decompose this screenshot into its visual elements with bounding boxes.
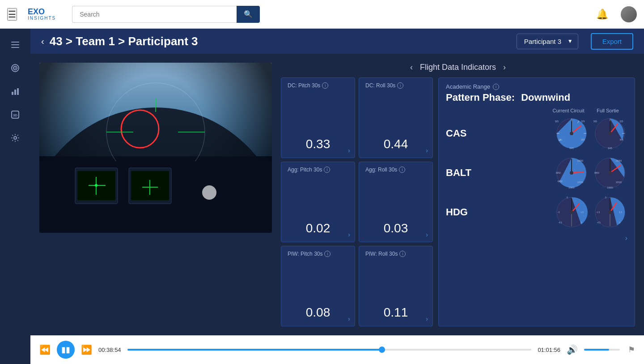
playback-bar: ⏪ ▮▮ ⏩ 00:38:54 01:01:56 🔊 ⚑ (30, 335, 644, 364)
content-area: ‹ 43 > Team 1 > Participant 3 Participan… (30, 29, 644, 364)
current-circuit-label: Current Circuit (551, 108, 586, 113)
info-icon[interactable]: i (324, 251, 330, 257)
metric-card-piw-pitch[interactable]: PIW: Pitch 30s i 0.08 › (281, 246, 355, 326)
info-icon[interactable]: i (324, 167, 330, 173)
video-panel (39, 63, 272, 326)
metric-value: 0.08 (288, 305, 348, 320)
svg-point-28 (202, 185, 216, 200)
svg-point-5 (15, 67, 16, 69)
svg-text:345: 345 (608, 147, 612, 150)
svg-rect-8 (17, 88, 19, 95)
progress-thumb[interactable] (379, 347, 385, 353)
fdi-next-button[interactable]: › (503, 63, 506, 72)
full-sortie-label: Full Sortie (590, 108, 626, 113)
progress-bar[interactable] (127, 349, 532, 351)
balt-gauge-svg-2: 10000 10050 10100 9850 (593, 155, 627, 190)
metric-value: 0.44 (365, 137, 426, 151)
svg-point-50 (570, 171, 573, 175)
pause-button[interactable]: ▮▮ (57, 341, 75, 359)
metric-card-agg-roll[interactable]: Agg: Roll 30s i 0.03 › (359, 162, 433, 242)
sidebar-item-signal[interactable] (5, 59, 25, 79)
svg-text:10000: 10000 (607, 187, 613, 189)
svg-text:1.5: 1.5 (580, 211, 584, 214)
breadcrumb: 43 > Team 1 > Participant 3 (50, 34, 198, 48)
metric-value: 0.11 (365, 305, 426, 320)
flag-icon[interactable]: ⚑ (628, 345, 635, 355)
metric-label: DC: Pitch 30s i (288, 82, 348, 89)
export-button[interactable]: Export (591, 33, 633, 50)
info-icon[interactable]: i (493, 84, 499, 90)
sidebar-item-3d[interactable]: 3D (5, 106, 25, 125)
svg-text:10100: 10100 (577, 181, 584, 184)
logo: EXO INSIGHTS (28, 8, 56, 21)
hdg-gauge-2: -1.5 0 1.5 -4.5 3 (593, 195, 627, 230)
metric-card-dc-roll[interactable]: DC: Roll 30s i 0.44 › (359, 77, 433, 158)
volume-icon[interactable]: 🔊 (567, 344, 578, 355)
cockpit-svg (39, 63, 272, 233)
metric-card-piw-roll[interactable]: PIW: Roll 30s i 0.11 › (359, 246, 433, 326)
search-button[interactable]: 🔍 (237, 6, 260, 23)
sidebar-item-list[interactable] (5, 36, 25, 56)
metric-value: 0.02 (288, 221, 348, 236)
volume-slider[interactable] (584, 349, 620, 351)
info-icon[interactable]: i (397, 82, 403, 89)
cas-gauge-1: 345 305 285 325 365 (554, 116, 589, 151)
chevron-right-icon: › (426, 231, 428, 238)
svg-text:10050: 10050 (616, 160, 622, 162)
academic-footer: › (446, 234, 627, 242)
notification-bell-icon[interactable]: 🔔 (596, 9, 608, 20)
fdi-prev-button[interactable]: ‹ (410, 63, 413, 72)
info-icon[interactable]: i (399, 167, 405, 173)
current-time: 00:38:54 (98, 347, 121, 353)
menu-button[interactable]: ☰ (7, 8, 17, 21)
svg-rect-2 (11, 47, 19, 48)
hdg-gauges: -3 0 1.5 -4.5 3 (477, 195, 627, 230)
svg-rect-6 (12, 92, 13, 95)
back-button[interactable]: ‹ (41, 36, 44, 47)
balt-gauge-2: 10000 10050 10100 9850 (593, 155, 627, 190)
cas-gauges: 345 305 285 325 365 (477, 116, 627, 151)
academic-panel: Academic Range i Pattern Phase: Downwind… (438, 77, 635, 326)
navbar: ☰ EXO INSIGHTS 🔍 🔔 (0, 0, 644, 29)
breadcrumb-bar: ‹ 43 > Team 1 > Participant 3 Participan… (30, 29, 644, 54)
cockpit-view (39, 63, 272, 233)
chevron-right-icon: › (426, 147, 428, 154)
hdg-gauge-svg-2: -1.5 0 1.5 -4.5 3 (593, 195, 627, 230)
fast-forward-button[interactable]: ⏩ (81, 344, 92, 355)
hdg-label: HDG (446, 206, 477, 218)
avatar[interactable] (621, 6, 637, 22)
chevron-right-icon: › (348, 315, 350, 322)
svg-text:9050: 9050 (556, 172, 561, 174)
circuit-labels: Current Circuit Full Sortie (446, 108, 627, 113)
svg-text:0: 0 (567, 197, 568, 199)
sidebar-item-chart[interactable] (5, 82, 25, 102)
progress-fill (127, 349, 382, 351)
gauge-row-cas: CAS (446, 116, 627, 151)
metric-label: DC: Roll 30s i (365, 82, 426, 89)
balt-gauge-1: 10000 9050 10050 9850 10100 (554, 155, 589, 190)
svg-text:-4.5: -4.5 (597, 222, 601, 224)
svg-point-63 (570, 210, 573, 214)
metric-value: 0.03 (365, 221, 426, 236)
fdi-title: Flight Data Indicators (420, 63, 496, 72)
svg-text:325: 325 (619, 120, 623, 123)
info-icon[interactable]: i (322, 82, 328, 89)
sidebar-item-settings[interactable] (5, 129, 25, 149)
rewind-button[interactable]: ⏪ (39, 344, 51, 355)
svg-text:10050: 10050 (577, 160, 584, 162)
chevron-right-icon: › (348, 231, 350, 238)
panels-row: DC: Pitch 30s i 0.33 › DC: Roll 30s i 0 (281, 77, 635, 326)
video-frame (39, 63, 272, 233)
metric-card-dc-pitch[interactable]: DC: Pitch 30s i 0.33 › (281, 77, 355, 158)
participant-selector-wrapper: Participant 3 Participant 1 Participant … (517, 34, 578, 49)
svg-text:10100: 10100 (616, 181, 622, 184)
fdi-header: ‹ Flight Data Indicators › (281, 63, 635, 72)
volume-fill (584, 349, 609, 351)
svg-text:0: 0 (605, 197, 606, 199)
info-icon[interactable]: i (399, 251, 406, 257)
balt-label: BALT (446, 167, 477, 179)
participant-select[interactable]: Participant 3 Participant 1 Participant … (517, 34, 578, 49)
search-input[interactable] (72, 6, 237, 23)
metric-card-agg-pitch[interactable]: Agg: Pitch 30s i 0.02 › (281, 162, 355, 242)
academic-next-icon[interactable]: › (625, 234, 627, 242)
